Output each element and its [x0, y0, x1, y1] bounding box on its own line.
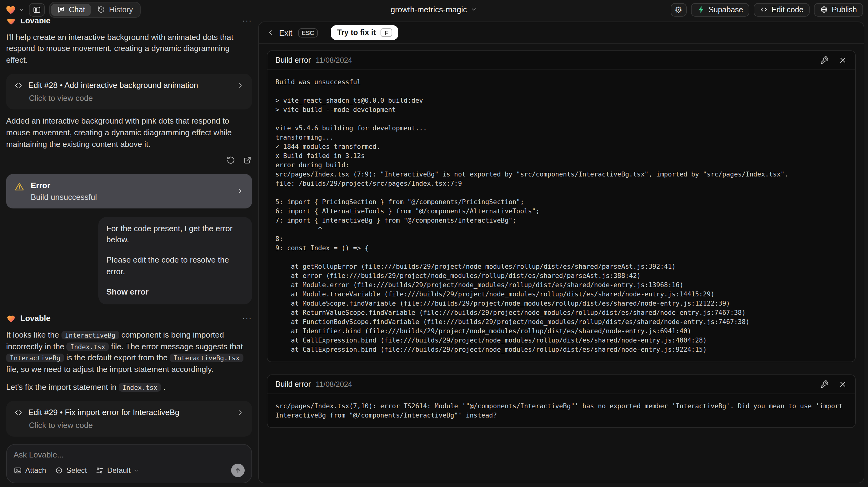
- lovable-heart-icon: [5, 4, 17, 16]
- chevron-down-icon: [134, 467, 140, 474]
- attach-label: Attach: [25, 466, 46, 475]
- code-icon: [14, 408, 23, 417]
- show-error-link[interactable]: Show error: [106, 286, 244, 298]
- build-error-panel: Exit ESC Try to fix it F Build error 11/…: [258, 22, 864, 483]
- build-error-card-2: Build error 11/08/2024 src/pages/Index.t…: [267, 374, 856, 428]
- build-error-title: Build error: [275, 380, 311, 389]
- chat-sidebar: maybe diagramming points and when you mo…: [0, 19, 257, 487]
- arrow-up-icon: [234, 467, 242, 474]
- assistant-header: Lovable ···: [6, 19, 252, 26]
- close-icon[interactable]: [838, 380, 847, 389]
- tab-history[interactable]: History: [91, 3, 139, 16]
- code-chip: InteractiveBg.tsx: [170, 354, 243, 363]
- exit-button[interactable]: Exit: [267, 28, 292, 37]
- supabase-button[interactable]: Supabase: [691, 3, 749, 16]
- chevron-right-icon: [237, 408, 244, 416]
- user-message: For the code present, I get the error be…: [98, 217, 252, 304]
- sidebar-toggle-button[interactable]: [29, 3, 45, 16]
- assistant-paragraph: Added an interactive background with pin…: [6, 116, 252, 150]
- model-selector[interactable]: Default: [96, 466, 140, 475]
- edit-card-subtitle: Click to view code: [29, 421, 244, 430]
- edit-code-button[interactable]: Edit code: [754, 3, 810, 16]
- tab-chat[interactable]: Chat: [51, 3, 91, 16]
- exit-label: Exit: [279, 28, 292, 37]
- publish-button[interactable]: Publish: [814, 3, 863, 16]
- error-panel-body: Build error 11/08/2024 Build was unsucce…: [259, 44, 864, 483]
- assistant-name: Lovable: [20, 314, 51, 323]
- lovable-logo-menu[interactable]: [5, 4, 25, 16]
- lovable-heart-icon: [6, 313, 16, 324]
- attach-button[interactable]: Attach: [13, 466, 46, 475]
- code-chip: InteractiveBg: [61, 331, 119, 339]
- restore-icon[interactable]: [226, 155, 236, 164]
- build-error-date: 11/08/2024: [316, 380, 352, 389]
- supabase-label: Supabase: [709, 5, 743, 14]
- user-message-line: Please edit the code to resolve the erro…: [106, 255, 244, 278]
- assistant-paragraph: I'll help create an interactive backgrou…: [6, 32, 252, 66]
- send-button[interactable]: [231, 464, 245, 477]
- text-run: It looks like the: [6, 330, 61, 339]
- code-icon: [760, 5, 768, 13]
- code-chip: Index.tsx: [67, 342, 109, 351]
- try-to-fix-label: Try to fix it: [337, 28, 376, 37]
- select-label: Select: [66, 466, 87, 475]
- composer-input[interactable]: Ask Lovable...: [13, 450, 245, 459]
- image-icon: [13, 466, 22, 475]
- build-error-date: 11/08/2024: [316, 56, 352, 65]
- gear-icon: ⚙: [675, 5, 682, 14]
- f-key-badge: F: [381, 28, 392, 37]
- chevron-down-icon: [471, 6, 477, 13]
- publish-label: Publish: [832, 5, 857, 14]
- text-run: file, so we need to adjust the import st…: [6, 365, 213, 374]
- try-to-fix-button[interactable]: Try to fix it F: [331, 25, 398, 40]
- project-switcher[interactable]: growth-metrics-magic: [391, 5, 478, 14]
- text-run: .: [161, 383, 165, 392]
- globe-icon: [820, 5, 828, 13]
- error-panel-header: Exit ESC Try to fix it F: [259, 22, 864, 44]
- text-run: is the default export from the: [64, 353, 170, 363]
- app-window: Chat History growth-metrics-magic ⚙: [0, 0, 868, 487]
- history-icon: [97, 5, 105, 13]
- open-external-icon[interactable]: [243, 155, 252, 164]
- code-chip: InteractiveBg: [6, 354, 64, 363]
- assistant-paragraph: Let's fix the import statement in Index.…: [6, 382, 252, 394]
- wrench-icon[interactable]: [820, 380, 829, 389]
- build-error-card-1: Build error 11/08/2024 Build was unsucce…: [267, 51, 856, 362]
- view-tabs: Chat History: [49, 2, 141, 18]
- select-button[interactable]: Select: [55, 466, 87, 475]
- build-error-log: Build was unsuccessful > vite_react_shad…: [268, 70, 855, 362]
- assistant-paragraph: It looks like the InteractiveBg componen…: [6, 330, 252, 376]
- panel-left-icon: [33, 5, 41, 14]
- chevron-right-icon: [236, 187, 244, 195]
- tab-chat-label: Chat: [69, 5, 85, 14]
- code-icon: [14, 81, 23, 89]
- edit-card-title: Edit #28 • Add interactive background an…: [28, 81, 231, 90]
- message-menu-button[interactable]: ···: [242, 314, 252, 323]
- tab-history-label: History: [109, 5, 133, 14]
- chevron-right-icon: [237, 82, 244, 89]
- edit-card-29[interactable]: Edit #29 • Fix import error for Interact…: [6, 401, 252, 436]
- error-banner-subtitle: Build unsuccessful: [31, 192, 230, 202]
- error-banner-title: Error: [31, 180, 230, 190]
- composer[interactable]: Ask Lovable... Attach Select: [6, 444, 252, 483]
- chat-messages: maybe diagramming points and when you mo…: [6, 19, 252, 438]
- edit-card-title: Edit #29 • Fix import error for Interact…: [28, 408, 231, 417]
- build-error-title: Build error: [275, 56, 311, 65]
- chevron-left-icon: [267, 29, 274, 36]
- build-error-banner[interactable]: Error Build unsuccessful: [6, 174, 252, 208]
- supabase-bolt-icon: [697, 5, 705, 13]
- edit-card-28[interactable]: Edit #28 • Add interactive background an…: [6, 74, 252, 110]
- warning-triangle-icon: [14, 181, 25, 191]
- edit-card-subtitle: Click to view code: [29, 93, 244, 103]
- text-run: file. The error message suggests that: [109, 342, 243, 351]
- assistant-header: Lovable ···: [6, 313, 252, 324]
- close-icon[interactable]: [838, 56, 847, 65]
- wrench-icon[interactable]: [820, 56, 829, 65]
- edit-code-label: Edit code: [772, 5, 803, 14]
- settings-button[interactable]: ⚙: [670, 3, 686, 16]
- model-label: Default: [107, 466, 131, 475]
- esc-key-badge: ESC: [298, 28, 318, 37]
- top-bar: Chat History growth-metrics-magic ⚙: [0, 0, 868, 19]
- message-menu-button[interactable]: ···: [242, 19, 252, 25]
- user-message-line: For the code present, I get the error be…: [106, 223, 244, 246]
